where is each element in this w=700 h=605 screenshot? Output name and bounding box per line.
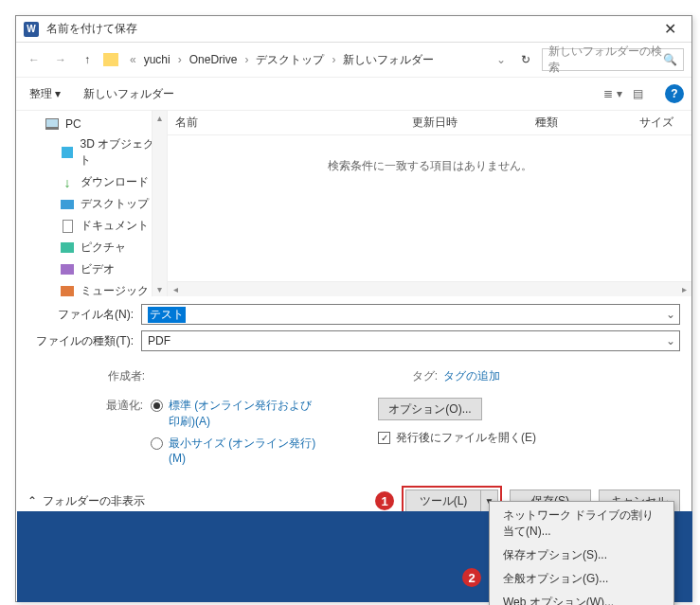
sidebar-item-label: ミュージック <box>81 283 149 296</box>
crumb-onedrive[interactable]: OneDrive <box>186 51 242 68</box>
chevron-down-icon[interactable]: ⌄ <box>666 308 675 321</box>
sidebar-item-downloads[interactable]: ↓ダウンロード <box>16 171 167 193</box>
dd-general-options[interactable]: 全般オプション(G)... <box>490 567 673 591</box>
sidebar-item-music[interactable]: ミュージック <box>16 280 167 296</box>
crumb-desktop[interactable]: デスクトップ <box>252 50 328 70</box>
dd-save-options[interactable]: 保存オプション(S)... <box>490 543 673 567</box>
sidebar-item-label: 3D オブジェクト <box>80 136 163 169</box>
close-button[interactable]: ✕ <box>656 20 684 38</box>
navigation-bar: ← → ↑ « yuchi › OneDrive › デスクトップ › 新しいフ… <box>16 43 691 77</box>
sidebar-item-label: ピクチャ <box>81 240 126 256</box>
sidebar-item-label: ドキュメント <box>81 218 149 234</box>
music-icon <box>61 286 74 296</box>
download-icon: ↓ <box>60 176 75 189</box>
search-icon: 🔍 <box>663 53 677 66</box>
word-app-icon: W <box>24 22 39 37</box>
col-name[interactable]: 名前 <box>175 115 412 131</box>
filetype-label: ファイルの種類(T): <box>27 333 141 349</box>
up-button[interactable]: ↑ <box>77 49 98 70</box>
chevron-right-icon: › <box>242 53 250 66</box>
new-folder-button[interactable]: 新しいフォルダー <box>78 84 180 104</box>
scroll-down-icon[interactable]: ▾ <box>157 282 162 296</box>
sidebar-scrollbar[interactable]: ▴ ▾ <box>152 111 167 296</box>
sidebar-item-label: ビデオ <box>81 261 115 277</box>
dd-web-options[interactable]: Web オプション(W)... <box>490 591 673 605</box>
crumb-sep-icon: « <box>128 53 138 66</box>
radio-minimum-label[interactable]: 最小サイズ (オンライン発行)(M) <box>169 436 320 465</box>
list-header: 名前 更新日時 種類 サイズ <box>168 111 691 135</box>
optimize-label: 最適化: <box>27 398 151 414</box>
scroll-right-icon[interactable]: ▸ <box>676 284 691 294</box>
h-scrollbar[interactable]: ◂ ▸ <box>168 281 691 296</box>
hide-folders-label: フォルダーの非表示 <box>43 493 145 509</box>
callout-1: 1 <box>375 491 394 510</box>
search-input[interactable]: 新しいフォルダーの検索 🔍 <box>542 48 684 71</box>
file-listview: 名前 更新日時 種類 サイズ 検索条件に一致する項目はありません。 ◂ ▸ <box>168 111 691 296</box>
view-buttons: ≣ ▾ ▤ <box>602 84 648 103</box>
breadcrumb[interactable]: « yuchi › OneDrive › デスクトップ › 新しいフォルダー ⌄ <box>124 50 510 70</box>
list-empty-message: 検索条件に一致する項目はありません。 <box>168 135 691 281</box>
dd-network-drive[interactable]: ネットワーク ドライブの割り当て(N)... <box>490 504 673 543</box>
refresh-button[interactable]: ↻ <box>515 49 536 70</box>
video-icon <box>61 264 74 275</box>
sidebar-item-label: デスクトップ <box>81 196 149 212</box>
forward-button[interactable]: → <box>50 49 71 70</box>
sidebar-item-label: ダウンロード <box>81 174 149 190</box>
sidebar-item-desktop[interactable]: デスクトップ <box>16 193 167 215</box>
meta-row: 作成者: タグ: タグの追加 <box>16 365 691 388</box>
filetype-select[interactable]: PDF ⌄ <box>141 330 680 351</box>
col-type[interactable]: 種類 <box>535 115 639 131</box>
sidebar-item-documents[interactable]: ドキュメント <box>16 215 167 237</box>
organize-menu[interactable]: 整理 ▾ <box>24 84 66 104</box>
scroll-up-icon[interactable]: ▴ <box>157 111 162 125</box>
col-date[interactable]: 更新日時 <box>412 115 535 131</box>
dialog-title: 名前を付けて保存 <box>46 21 656 37</box>
filename-value: テスト <box>148 307 186 323</box>
chevron-right-icon: › <box>176 53 184 66</box>
chevron-up-icon: ⌃ <box>27 494 37 507</box>
add-tag-link[interactable]: タグの追加 <box>443 368 500 384</box>
options-button[interactable]: オプション(O)... <box>378 398 482 420</box>
open-after-label: 発行後にファイルを開く(E) <box>396 430 536 446</box>
filename-input[interactable]: テスト ⌄ <box>141 304 680 325</box>
desktop-icon <box>61 200 74 209</box>
view-large-icon[interactable]: ▤ <box>627 84 648 103</box>
chevron-down-icon[interactable]: ⌄ <box>666 334 675 347</box>
col-size[interactable]: サイズ <box>639 115 684 131</box>
titlebar: W 名前を付けて保存 ✕ <box>16 16 691 43</box>
hide-folders-toggle[interactable]: ⌃ フォルダーの非表示 <box>27 493 145 509</box>
search-placeholder: 新しいフォルダーの検索 <box>548 44 663 76</box>
view-details-icon[interactable]: ≣ ▾ <box>602 84 623 103</box>
filetype-value: PDF <box>148 334 171 347</box>
optimize-block: 最適化: 標準 (オンライン発行および印刷)(A) 最小サイズ (オンライン発行… <box>16 388 691 474</box>
filename-label: ファイル名(N): <box>27 307 141 323</box>
folder-icon <box>103 53 118 66</box>
nav-sidebar: PC 3D オブジェクト ↓ダウンロード デスクトップ ドキュメント ピクチャ … <box>16 111 168 296</box>
back-button[interactable]: ← <box>24 49 45 70</box>
document-icon <box>63 220 73 233</box>
pc-icon <box>45 118 59 130</box>
radio-standard-label[interactable]: 標準 (オンライン発行および印刷)(A) <box>169 398 320 430</box>
radio-minimum[interactable] <box>151 437 163 450</box>
scroll-left-icon[interactable]: ◂ <box>168 284 183 294</box>
body-area: PC 3D オブジェクト ↓ダウンロード デスクトップ ドキュメント ピクチャ … <box>16 111 691 296</box>
author-label: 作成者: <box>27 368 151 384</box>
sidebar-item-pc[interactable]: PC <box>16 115 167 133</box>
radio-standard[interactable] <box>151 400 163 412</box>
help-icon[interactable]: ? <box>665 84 684 103</box>
sidebar-item-videos[interactable]: ビデオ <box>16 258 167 280</box>
tools-button[interactable]: ツール(L) <box>405 489 481 512</box>
pictures-icon <box>61 242 74 253</box>
sidebar-item-pictures[interactable]: ピクチャ <box>16 237 167 258</box>
chevron-right-icon: › <box>330 53 337 66</box>
form-area: ファイル名(N): テスト ⌄ ファイルの種類(T): PDF ⌄ <box>16 296 691 365</box>
tools-dropdown-menu: ネットワーク ドライブの割り当て(N)... 保存オプション(S)... 全般オ… <box>489 501 674 605</box>
sidebar-item-label: PC <box>65 117 81 131</box>
3d-icon <box>62 147 73 158</box>
crumb-newfolder[interactable]: 新しいフォルダー <box>339 50 438 70</box>
crumb-yuchi[interactable]: yuchi <box>140 51 174 68</box>
open-after-checkbox[interactable]: ✓ <box>378 432 390 444</box>
toolbar: 整理 ▾ 新しいフォルダー ≣ ▾ ▤ ? <box>16 77 691 111</box>
sidebar-item-3d[interactable]: 3D オブジェクト <box>16 133 167 171</box>
crumb-dropdown-icon[interactable]: ⌄ <box>496 53 506 66</box>
